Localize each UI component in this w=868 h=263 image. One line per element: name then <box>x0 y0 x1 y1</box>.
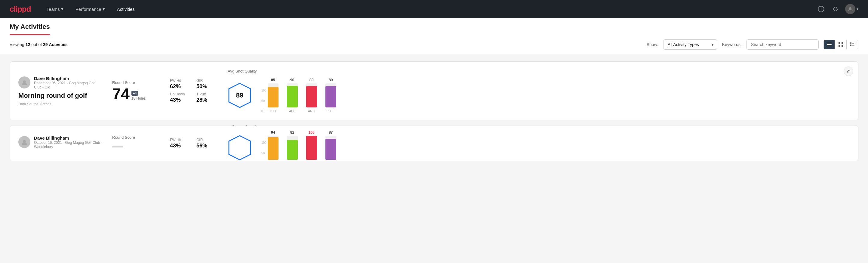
avatar-caret-icon: ▾ <box>857 7 858 11</box>
data-source: Data Source: Arccos <box>18 102 102 106</box>
svg-rect-5 <box>827 44 832 45</box>
one-putt-value: 28% <box>196 97 218 103</box>
nav-activities[interactable]: Activities <box>116 4 136 14</box>
quality-wrap: Avg Shot Quality 100 50 <box>228 125 336 161</box>
app-logo: clippd <box>10 4 31 14</box>
view-toggle-list-detail[interactable] <box>847 40 858 49</box>
stat-updown: Up/Down 43% <box>170 92 192 103</box>
quality-section: Avg Shot Quality 89 1 <box>228 69 850 113</box>
score-badge-holes: +4 18 Holes <box>131 91 146 102</box>
avg-shot-quality-label: Avg Shot Quality <box>228 125 257 126</box>
bar-chart-area: 100 50 0 85 OTT <box>261 78 336 113</box>
search-input[interactable] <box>746 39 819 50</box>
y-axis: 100 50 0 <box>261 141 267 161</box>
nav-performance[interactable]: Performance ▾ <box>74 4 106 14</box>
page-title: My Activities <box>10 23 50 35</box>
user-avatar <box>18 136 30 148</box>
score-number: 74 <box>112 86 130 102</box>
activity-type-wrapper: All Activity Types <box>663 39 717 50</box>
show-label: Show: <box>647 42 658 47</box>
svg-rect-8 <box>841 42 843 44</box>
card-left: Dave Billingham October 16, 2021 - Gog M… <box>18 136 102 151</box>
stats-section: FW Hit 62% GIR 50% Up/Down 43% 1 Putt 28… <box>170 79 218 103</box>
fw-hit-label: FW Hit <box>170 138 192 142</box>
viewing-count: 12 <box>26 42 30 47</box>
bar-putt: 87 PUTT <box>326 130 336 161</box>
view-toggle-grid[interactable] <box>836 40 847 49</box>
score-badge: +4 <box>131 91 138 96</box>
svg-marker-21 <box>229 136 251 160</box>
card-left: Dave Billingham December 05, 2021 - Gog … <box>18 76 102 106</box>
stat-gir: GIR 50% <box>196 79 218 90</box>
user-name: Dave Billingham <box>34 76 102 81</box>
svg-rect-6 <box>827 46 832 46</box>
gir-label: GIR <box>196 138 218 142</box>
round-score-label: Round Score <box>112 135 160 140</box>
edit-button[interactable] <box>844 66 853 76</box>
fw-hit-label: FW Hit <box>170 79 192 83</box>
svg-rect-9 <box>839 45 840 47</box>
user-avatar <box>18 77 30 88</box>
bar-arg: 106 ARG <box>306 130 317 161</box>
quality-inner: 89 100 50 0 85 <box>228 78 336 113</box>
hexagon-container <box>228 135 252 161</box>
hexagon-score: 89 <box>236 91 243 99</box>
quality-inner: 100 50 0 94 OTT <box>228 130 336 161</box>
user-info: Dave Billingham October 16, 2021 - Gog M… <box>34 136 102 149</box>
stats-section: FW Hit 43% GIR 56% <box>170 138 218 149</box>
svg-line-17 <box>849 70 850 71</box>
bar-chart-area: 100 50 0 94 OTT <box>261 130 336 161</box>
score-number: — <box>112 141 123 152</box>
user-date: December 05, 2021 - Gog Magog Golf Club … <box>34 81 102 89</box>
svg-rect-12 <box>852 43 855 43</box>
bar-ott: 85 OTT <box>268 78 279 113</box>
nav-icons: ▾ <box>816 4 858 14</box>
activity-title: Morning round of golf <box>18 92 102 99</box>
view-toggle-list-compact[interactable] <box>824 40 835 49</box>
svg-rect-11 <box>850 42 851 43</box>
page-title-row: My Activities <box>10 18 858 35</box>
hexagon <box>228 135 252 161</box>
viewing-text: Viewing 12 out of 29 Activities <box>10 42 68 47</box>
score-main: 74 +4 18 Holes <box>112 86 160 102</box>
avatar <box>845 4 856 14</box>
navbar: clippd Teams ▾ Performance ▾ Activities <box>0 0 868 18</box>
bar-putt: 89 PUTT <box>326 78 336 113</box>
bar-arg: 89 ARG <box>306 78 317 113</box>
view-toggles <box>824 40 858 49</box>
score-section: Round Score — <box>112 135 160 152</box>
quality-wrap: Avg Shot Quality 89 1 <box>228 69 336 113</box>
user-info: Dave Billingham December 05, 2021 - Gog … <box>34 76 102 89</box>
activity-type-select[interactable]: All Activity Types <box>663 39 717 50</box>
svg-rect-15 <box>852 45 855 46</box>
page-header: My Activities <box>0 18 868 35</box>
quality-section: Avg Shot Quality 100 50 <box>228 125 850 161</box>
updown-label: Up/Down <box>170 92 192 96</box>
user-avatar-button[interactable]: ▾ <box>845 4 858 14</box>
stat-fw-hit: FW Hit 43% <box>170 138 192 149</box>
activity-card: Dave Billingham October 16, 2021 - Gog M… <box>10 125 858 161</box>
avg-shot-quality-label: Avg Shot Quality <box>228 69 257 74</box>
stat-gir: GIR 56% <box>196 138 218 149</box>
stat-fw-hit: FW Hit 62% <box>170 79 192 90</box>
viewing-total: 29 <box>43 42 48 47</box>
gir-value: 50% <box>196 83 218 90</box>
nav-teams[interactable]: Teams ▾ <box>45 4 65 14</box>
bar-app: 90 APP <box>287 78 298 113</box>
round-score-label: Round Score <box>112 80 160 85</box>
svg-rect-4 <box>827 43 832 43</box>
user-date: October 16, 2021 - Gog Magog Golf Club -… <box>34 141 102 149</box>
gir-value: 56% <box>196 143 218 149</box>
add-icon[interactable] <box>816 4 826 14</box>
stat-one-putt: 1 Putt 28% <box>196 92 218 103</box>
viewing-suffix: Activities <box>49 42 68 47</box>
updown-value: 43% <box>170 97 192 103</box>
fw-hit-value: 62% <box>170 83 192 90</box>
score-holes: 18 Holes <box>131 96 146 100</box>
svg-rect-14 <box>850 45 851 46</box>
svg-rect-7 <box>839 42 840 44</box>
keywords-label: Keywords: <box>722 42 742 47</box>
fw-hit-value: 43% <box>170 143 192 149</box>
refresh-icon[interactable] <box>831 4 840 14</box>
gir-label: GIR <box>196 79 218 83</box>
